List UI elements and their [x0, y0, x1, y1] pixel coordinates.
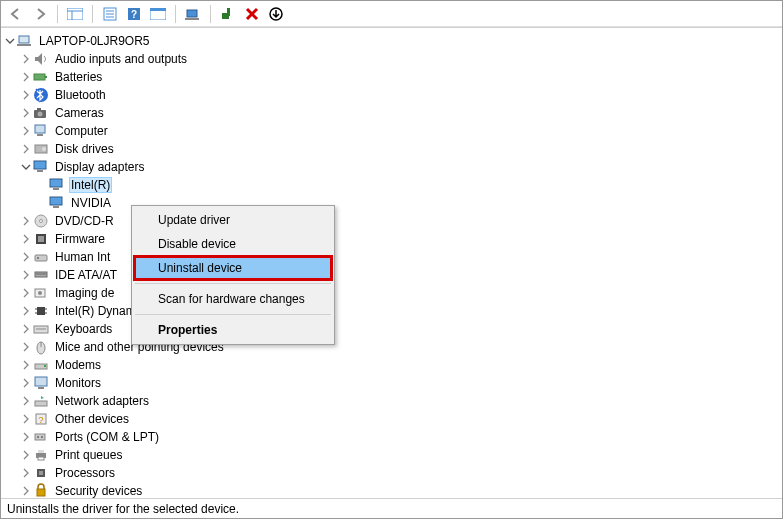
tree-category-label: Keyboards	[53, 321, 114, 337]
toolbar-properties-icon[interactable]	[99, 3, 121, 25]
modem-icon	[33, 357, 49, 373]
tree-category-label: Imaging de	[53, 285, 116, 301]
device-tree[interactable]: LAPTOP-0LJR9OR5Audio inputs and outputsB…	[1, 28, 782, 498]
tree-category[interactable]: Security devices	[3, 482, 782, 498]
bluetooth-icon	[33, 87, 49, 103]
expand-icon[interactable]	[19, 430, 33, 444]
tree-category-label: Network adapters	[53, 393, 151, 409]
svg-rect-21	[45, 76, 47, 78]
svg-rect-46	[37, 307, 45, 315]
toolbar-view-icon[interactable]	[64, 3, 86, 25]
svg-rect-26	[35, 125, 45, 133]
back-button[interactable]	[5, 3, 27, 25]
tree-category[interactable]: Ports (COM & LPT)	[3, 428, 782, 446]
other-icon: ?	[33, 411, 49, 427]
tree-category[interactable]: Mice and other pointing devices	[3, 338, 782, 356]
svg-rect-32	[50, 179, 62, 187]
expand-icon[interactable]	[19, 340, 33, 354]
context-menu-item[interactable]: Disable device	[134, 232, 332, 256]
tree-device[interactable]: Intel(R)	[3, 176, 782, 194]
expand-icon[interactable]	[19, 88, 33, 102]
tree-category[interactable]: Cameras	[3, 104, 782, 122]
tree-device[interactable]: NVIDIA	[3, 194, 782, 212]
svg-rect-69	[39, 471, 43, 475]
network-icon	[33, 393, 49, 409]
tree-category[interactable]: Keyboards	[3, 320, 782, 338]
help-icon[interactable]: ?	[123, 3, 145, 25]
tree-category[interactable]: Display adapters	[3, 158, 782, 176]
chip-icon	[33, 303, 49, 319]
more-icon[interactable]	[265, 3, 287, 25]
context-menu-item[interactable]: Scan for hardware changes	[134, 287, 332, 311]
tree-category-label: Audio inputs and outputs	[53, 51, 189, 67]
expand-icon[interactable]	[19, 250, 33, 264]
svg-rect-59	[35, 401, 47, 406]
expand-icon[interactable]	[19, 232, 33, 246]
svg-rect-67	[38, 457, 44, 460]
expand-icon[interactable]	[19, 466, 33, 480]
tree-category[interactable]: Network adapters	[3, 392, 782, 410]
expand-icon[interactable]	[19, 304, 33, 318]
hid-icon	[33, 249, 49, 265]
expand-icon[interactable]	[19, 106, 33, 120]
tree-category-label: Print queues	[53, 447, 124, 463]
tree-category[interactable]: ?Other devices	[3, 410, 782, 428]
tree-category[interactable]: Disk drives	[3, 140, 782, 158]
dvd-icon	[33, 213, 49, 229]
expand-icon[interactable]	[19, 286, 33, 300]
toolbar-panel-icon[interactable]	[147, 3, 169, 25]
tree-category[interactable]: DVD/CD-R	[3, 212, 782, 230]
port-icon	[33, 429, 49, 445]
expand-icon[interactable]	[19, 124, 33, 138]
tree-category-label: Monitors	[53, 375, 103, 391]
tree-category[interactable]: Human Int	[3, 248, 782, 266]
expand-icon[interactable]	[19, 358, 33, 372]
context-menu-item[interactable]: Properties	[134, 318, 332, 342]
uninstall-icon[interactable]	[241, 3, 263, 25]
tree-category[interactable]: Modems	[3, 356, 782, 374]
tree-category[interactable]: Processors	[3, 464, 782, 482]
expand-icon[interactable]	[19, 448, 33, 462]
tree-category[interactable]: Monitors	[3, 374, 782, 392]
tree-category[interactable]: Imaging de	[3, 284, 782, 302]
expand-icon[interactable]	[19, 322, 33, 336]
svg-rect-33	[53, 188, 59, 190]
svg-rect-58	[38, 387, 44, 389]
svg-rect-39	[38, 236, 44, 242]
expand-icon[interactable]	[19, 268, 33, 282]
tree-category[interactable]: Print queues	[3, 446, 782, 464]
computer-icon	[17, 33, 33, 49]
svg-rect-34	[50, 197, 62, 205]
tree-category[interactable]: Intel(R) Dynamic Platform and Thermal Fr…	[3, 302, 782, 320]
context-menu-item[interactable]: Update driver	[134, 208, 332, 232]
disk-icon	[33, 141, 49, 157]
tree-category[interactable]: IDE ATA/AT	[3, 266, 782, 284]
expand-icon[interactable]	[19, 376, 33, 390]
svg-rect-11	[187, 10, 197, 17]
add-legacy-icon[interactable]	[217, 3, 239, 25]
toolbar-separator	[175, 5, 176, 23]
expand-icon[interactable]	[19, 52, 33, 66]
expand-icon[interactable]	[19, 484, 33, 498]
context-menu-item[interactable]: Uninstall device	[134, 256, 332, 280]
tree-category[interactable]: Firmware	[3, 230, 782, 248]
expand-icon[interactable]	[19, 160, 33, 174]
expand-icon[interactable]	[19, 214, 33, 228]
tree-category[interactable]: Bluetooth	[3, 86, 782, 104]
expand-icon[interactable]	[19, 70, 33, 84]
context-menu: Update driverDisable deviceUninstall dev…	[131, 205, 335, 345]
context-menu-separator	[135, 283, 331, 284]
display-icon	[49, 177, 65, 193]
battery-icon	[33, 69, 49, 85]
expand-icon[interactable]	[19, 412, 33, 426]
tree-root[interactable]: LAPTOP-0LJR9OR5	[3, 32, 782, 50]
expand-icon[interactable]	[19, 142, 33, 156]
camera-icon	[33, 105, 49, 121]
expand-icon[interactable]	[19, 394, 33, 408]
forward-button[interactable]	[29, 3, 51, 25]
tree-category[interactable]: Computer	[3, 122, 782, 140]
tree-category[interactable]: Batteries	[3, 68, 782, 86]
expand-icon[interactable]	[3, 34, 17, 48]
tree-category[interactable]: Audio inputs and outputs	[3, 50, 782, 68]
scan-hardware-icon[interactable]	[182, 3, 204, 25]
